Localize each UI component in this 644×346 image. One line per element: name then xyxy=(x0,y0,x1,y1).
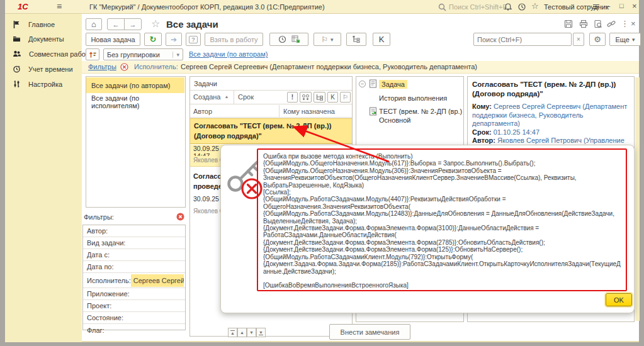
view-mode-link[interactable]: Все задачи (по авторам) xyxy=(189,50,268,58)
column-author: Автор xyxy=(193,108,212,115)
chevron-down-icon: ▾ xyxy=(330,36,334,43)
ok-button[interactable]: OK xyxy=(606,293,632,306)
window-title: ГК "Меркурий" / Документооборот КОРП, ре… xyxy=(89,3,325,11)
screen: 1С ≡ ГК "Меркурий" / Документооборот КОР… xyxy=(0,0,644,346)
filter-row-author[interactable]: Автор: xyxy=(83,225,185,237)
tree-item-title[interactable]: ТЕСТ (врем. № 2-ДП (вр.)) (Дого xyxy=(379,108,462,115)
filter-row-flag[interactable]: Флаг: xyxy=(83,324,185,336)
clear-filters-button[interactable] xyxy=(176,213,184,222)
error-message-box: Ошибка при вызове метода контекста (Выпо… xyxy=(257,148,627,291)
importance-column-button[interactable]: ! xyxy=(287,92,298,103)
k-view-button[interactable]: K xyxy=(373,33,390,46)
filter-field-label: Исполнитель: xyxy=(134,63,178,70)
forward-icon: → xyxy=(130,21,137,28)
filters-panel: Автор: Вид задачи: Дата с: Дата по: Испо… xyxy=(82,225,186,330)
home-button[interactable]: ⌂ xyxy=(86,18,102,30)
close-form-button[interactable]: × xyxy=(631,19,636,28)
history-button[interactable] xyxy=(517,3,526,13)
k-column-button[interactable]: K xyxy=(327,92,338,103)
filter-row-application[interactable]: Приложение: xyxy=(83,288,185,300)
maximize-button[interactable]: □ xyxy=(619,2,624,9)
more-menu-button[interactable]: ⋮ xyxy=(621,19,629,28)
back-button[interactable]: ← xyxy=(107,18,125,30)
sidebar-item-collaboration[interactable]: Совместная работа xyxy=(13,50,93,58)
save-button[interactable] xyxy=(564,20,573,30)
get-link-button[interactable] xyxy=(607,20,616,30)
notifications-bell-button[interactable] xyxy=(504,3,512,13)
favorite-star-button[interactable]: ☆ xyxy=(151,18,160,30)
filters-panel-title: Фильтры: xyxy=(84,213,114,221)
export-table-icon xyxy=(291,35,300,43)
filter-row-date-from[interactable]: Дата с: xyxy=(83,249,185,261)
remove-filter-button[interactable] xyxy=(120,63,128,72)
filter-row-state[interactable]: Состояние: xyxy=(83,312,185,324)
sidebar-item-main[interactable]: Главное xyxy=(13,20,55,29)
pager-next-button[interactable]: ▼ xyxy=(247,328,256,337)
take-to-work-button[interactable]: Взять в работу xyxy=(205,33,263,46)
add-comments-button[interactable]: Внести замечания xyxy=(329,324,410,340)
filter-label: Проект: xyxy=(87,302,111,310)
list-settings-button[interactable]: ⚙ xyxy=(589,33,606,46)
more-label: Еще xyxy=(616,36,630,43)
sort-button[interactable] xyxy=(86,48,99,60)
filter-executor-value[interactable]: Сергеев Сергей С... xyxy=(131,274,184,287)
forward-button[interactable]: → xyxy=(124,18,142,30)
pager-last-button[interactable]: ▼ xyxy=(256,328,266,337)
service-menu-button[interactable] xyxy=(592,3,601,13)
export-button[interactable] xyxy=(291,35,300,43)
new-task-button[interactable]: Новая задача xyxy=(86,33,140,46)
preview-button[interactable] xyxy=(594,20,602,30)
filter-row-project[interactable]: Проект: xyxy=(83,300,185,312)
filter-row-executor[interactable]: Исполнитель: Сергеев Сергей С... xyxy=(83,273,185,288)
print-button[interactable] xyxy=(579,20,588,30)
favorites-button[interactable]: ☆ xyxy=(531,1,539,11)
k-label: K xyxy=(330,94,335,101)
flag-icon xyxy=(13,20,21,29)
question-icon: ? xyxy=(189,36,197,43)
filter-label: Флаг: xyxy=(87,326,105,334)
filter-row-date-to[interactable]: Дата по: xyxy=(83,261,185,273)
deadline-clock-button[interactable] xyxy=(278,35,286,43)
detail-title: Согласовать "ТЕСТ (врем. № 2-ДП (вр.)) (… xyxy=(472,80,628,99)
clock-icon xyxy=(278,35,286,43)
minimize-button[interactable]: – xyxy=(606,1,610,11)
grouping-select[interactable]: Без группировки ▾ xyxy=(103,48,183,60)
pager-prev-button[interactable]: ▲ xyxy=(237,328,247,337)
flag-dropdown-button[interactable]: ⚐ ▾ xyxy=(314,33,341,46)
sidebar-item-documents[interactable]: Документы xyxy=(13,35,64,43)
structure-button[interactable] xyxy=(346,33,366,46)
save-icon xyxy=(564,20,573,28)
column-created[interactable]: Создана ▲ xyxy=(193,93,229,101)
grouping-column-button[interactable] xyxy=(314,92,325,103)
nav-list-item-by-authors[interactable]: Все задачи (по авторам) xyxy=(86,77,184,93)
grouping-value: Без группировки xyxy=(107,51,160,59)
detail-to-value[interactable]: Сергеев Сергей Сергеевич (Департамент по… xyxy=(472,103,627,127)
filter-field-value: Сергеев Сергей Сергеевич (Департамент по… xyxy=(181,63,477,70)
refresh-button[interactable]: ↻ xyxy=(144,33,162,46)
tree-node-task[interactable]: Задача xyxy=(379,80,407,89)
column-label: Срок xyxy=(238,93,254,101)
main-menu-button[interactable]: ≡ xyxy=(57,1,62,11)
status-column-button[interactable] xyxy=(300,92,312,103)
list-search-input[interactable] xyxy=(473,33,572,46)
filters-link[interactable]: Фильтры xyxy=(88,63,116,70)
nav-arrow-icon: ➔ xyxy=(171,35,177,44)
flag-column-button[interactable]: ⚐ xyxy=(340,92,351,103)
detail-scrollbar[interactable] xyxy=(635,77,640,321)
nav-list-item-by-executors[interactable]: Все задачи (по исполнителям) xyxy=(86,94,184,109)
filter-row-task-kind[interactable]: Вид задачи: xyxy=(83,237,185,249)
tree-node-history[interactable]: История выполнения xyxy=(379,94,447,102)
close-window-button[interactable]: × xyxy=(632,1,637,11)
more-button[interactable]: Еще ▾ xyxy=(609,33,641,46)
help-button[interactable]: ? xyxy=(186,33,201,46)
task-row-selected[interactable]: Согласовать "ТЕСТ (врем. № 2-ДП (вр.)) (… xyxy=(190,118,352,144)
sidebar-item-time-tracking[interactable]: Учет времени xyxy=(13,65,73,73)
collapse-node-button[interactable]: − xyxy=(359,81,366,87)
pager-first-button[interactable]: ▲ xyxy=(228,328,237,337)
go-forward-button[interactable]: ➔ xyxy=(166,33,182,46)
sidebar-item-settings[interactable]: Настройка xyxy=(13,80,62,88)
page-title: Все задачи xyxy=(166,19,218,30)
detail-author-label: Автор: xyxy=(472,137,495,144)
column-due[interactable]: Срок xyxy=(238,93,254,101)
clear-search-button[interactable]: × xyxy=(573,33,584,46)
